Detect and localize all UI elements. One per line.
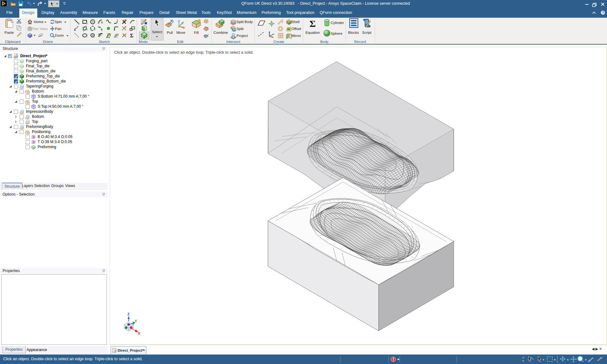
svg-text:?: ? [602, 11, 604, 15]
svg-text:X: X [138, 331, 140, 335]
svg-text:Z: Z [127, 312, 130, 316]
svg-text:Σ: Σ [310, 18, 316, 28]
svg-text:Y: Y [135, 319, 137, 323]
svg-text:Σ: Σ [130, 33, 133, 39]
